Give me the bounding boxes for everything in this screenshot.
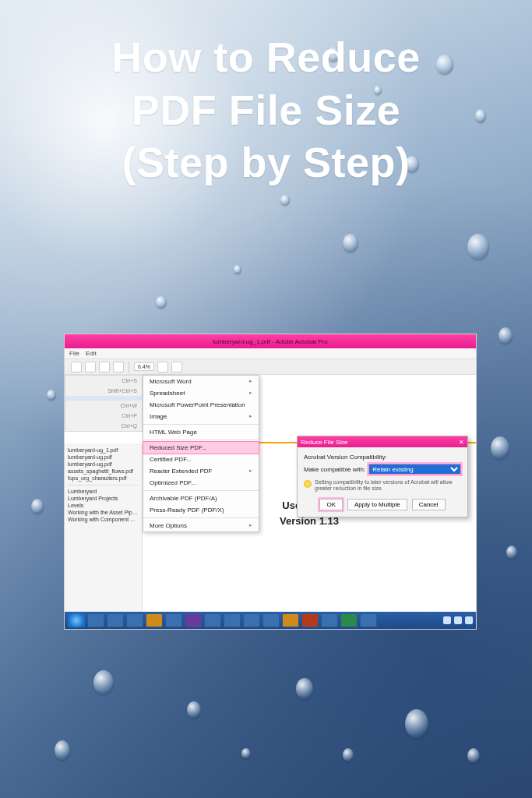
submenu-item[interactable]: Certified PDF...: [143, 454, 259, 465]
acrobat-window: lumberyard-ug_1.pdf - Adobe Acrobat Pro …: [64, 334, 477, 630]
zoom-level[interactable]: 6.4%: [134, 362, 154, 371]
taskbar-item[interactable]: [126, 613, 143, 627]
menu-file[interactable]: File: [69, 350, 79, 357]
bookmark-item[interactable]: Levels: [68, 502, 139, 509]
taskbar-item[interactable]: [301, 613, 319, 627]
submenu-item[interactable]: Microsoft PowerPoint Presentation: [143, 399, 259, 411]
bookmark-item[interactable]: Working with the Asset Pipeline and File…: [68, 509, 139, 516]
side-panel: lumberyard-ug_1.pdf lumberyard-ug.pdf lu…: [65, 443, 143, 612]
page-root: How to Reduce PDF File Size (Step by Ste…: [0, 0, 532, 798]
file-menu-item[interactable]: Ctrl+Q: [65, 421, 142, 431]
file-menu: Ctrl+S Shift+Ctrl+S Ctrl+W Ctrl+P Ctrl+Q: [65, 375, 143, 432]
dialog-compat-row: Make compatible with: Retain existing: [304, 464, 461, 475]
window-title: lumberyard-ug_1.pdf - Adobe Acrobat Pro: [213, 338, 328, 345]
compat-dropdown[interactable]: Retain existing: [368, 464, 461, 475]
submenu-item-reduced-size[interactable]: Reduced Size PDF...: [143, 442, 259, 454]
bookmarks-section: Lumberyard Lumberyard Projects Levels Wo…: [68, 485, 139, 523]
file-menu-item[interactable]: Ctrl+W: [65, 401, 142, 411]
submenu-item[interactable]: Optimized PDF...: [143, 477, 259, 489]
headline-line-3: (Step by Step): [122, 139, 410, 185]
close-icon[interactable]: ✕: [459, 439, 464, 446]
headline-line-1: How to Reduce: [111, 34, 421, 80]
toolbar-print-icon[interactable]: [99, 362, 110, 373]
taskbar-item[interactable]: [243, 613, 260, 627]
workspace: Ctrl+S Shift+Ctrl+S Ctrl+W Ctrl+P Ctrl+Q…: [65, 375, 476, 612]
tray-icon[interactable]: [443, 616, 451, 624]
dialog-note: Setting compatibility to later versions …: [304, 479, 461, 493]
bookmark-item[interactable]: Lumberyard: [68, 488, 139, 495]
submenu-separator: [143, 517, 259, 518]
reduce-size-dialog: Reduce File Size ✕ Acrobat Version Compa…: [297, 436, 468, 517]
headline: How to Reduce PDF File Size (Step by Ste…: [0, 31, 532, 189]
recent-file[interactable]: lumberyard-ug.pdf: [68, 461, 139, 468]
file-menu-item[interactable]: Ctrl+S: [65, 376, 142, 386]
taskbar-item[interactable]: [146, 613, 163, 627]
tray-icon[interactable]: [454, 616, 462, 624]
taskbar-item[interactable]: [185, 613, 202, 627]
cancel-button[interactable]: Cancel: [412, 499, 446, 510]
taskbar-item[interactable]: [262, 613, 280, 627]
menubar: File Edit: [65, 348, 476, 359]
taskbar-item[interactable]: [340, 613, 358, 627]
system-tray: [443, 616, 473, 624]
dialog-titlebar: Reduce File Size ✕: [298, 436, 467, 447]
taskbar-item[interactable]: [165, 613, 182, 627]
submenu-item[interactable]: Image▸: [143, 411, 259, 422]
dialog-note-text: Setting compatibility to later versions …: [315, 479, 461, 493]
toolbar-fitwidth-icon[interactable]: [171, 362, 182, 373]
toolbar: 6.4%: [65, 359, 476, 375]
submenu-item[interactable]: More Options▸: [143, 520, 259, 531]
submenu-separator: [143, 490, 259, 491]
taskbar-item[interactable]: [321, 613, 338, 627]
submenu-separator: [143, 440, 259, 440]
bookmark-item[interactable]: Working with Component Entities: [68, 516, 139, 523]
taskbar: [65, 612, 476, 629]
toolbar-open-icon[interactable]: [71, 362, 82, 373]
file-menu-item[interactable]: Ctrl+P: [65, 411, 142, 421]
taskbar-item[interactable]: [360, 613, 377, 627]
lightbulb-icon: [304, 480, 312, 488]
start-button[interactable]: [68, 613, 85, 627]
dialog-field-label: Make compatible with:: [304, 466, 365, 473]
menu-edit[interactable]: Edit: [86, 350, 97, 357]
toolbar-mail-icon[interactable]: [113, 362, 124, 373]
apply-multiple-button[interactable]: Apply to Multiple: [347, 499, 407, 510]
recent-file[interactable]: assets_spaghetti_flows.pdf: [68, 468, 139, 475]
toolbar-save-icon[interactable]: [85, 362, 96, 373]
taskbar-item[interactable]: [224, 613, 241, 627]
headline-line-2: PDF File Size: [132, 87, 401, 133]
toolbar-separator: [129, 362, 129, 373]
recent-file[interactable]: fops_org_characters.pdf: [68, 475, 139, 482]
submenu-item[interactable]: Spreadsheet▸: [143, 387, 259, 399]
ok-button[interactable]: OK: [319, 499, 343, 510]
recent-file[interactable]: lumberyard-ug.pdf: [68, 454, 139, 461]
bookmark-item[interactable]: Lumberyard Projects: [68, 495, 139, 502]
dialog-title-text: Reduce File Size: [301, 439, 347, 446]
dialog-body: Acrobat Version Compatibility: Make comp…: [298, 447, 467, 517]
toolbar-fitpage-icon[interactable]: [157, 362, 168, 373]
submenu-item[interactable]: Microsoft Word▸: [143, 376, 259, 387]
submenu-item[interactable]: Press-Ready PDF (PDF/X): [143, 504, 259, 516]
window-titlebar: lumberyard-ug_1.pdf - Adobe Acrobat Pro: [65, 334, 476, 348]
saveas-submenu: Microsoft Word▸ Spreadsheet▸ Microsoft P…: [143, 375, 259, 532]
taskbar-item[interactable]: [107, 613, 124, 627]
dialog-buttons: OK Apply to Multiple Cancel: [304, 499, 461, 510]
submenu-item[interactable]: Archivable PDF (PDF/A): [143, 493, 259, 504]
tray-icon[interactable]: [465, 616, 473, 624]
taskbar-item[interactable]: [204, 613, 221, 627]
recent-file[interactable]: lumberyard-ug_1.pdf: [68, 447, 139, 454]
submenu-separator: [143, 424, 259, 425]
file-menu-item[interactable]: Shift+Ctrl+S: [65, 386, 142, 396]
submenu-item[interactable]: Reader Extended PDF▸: [143, 465, 259, 477]
taskbar-item[interactable]: [87, 613, 104, 627]
dialog-section-label: Acrobat Version Compatibility:: [304, 454, 461, 461]
submenu-item[interactable]: HTML Web Page: [143, 426, 259, 438]
taskbar-item[interactable]: [282, 613, 299, 627]
